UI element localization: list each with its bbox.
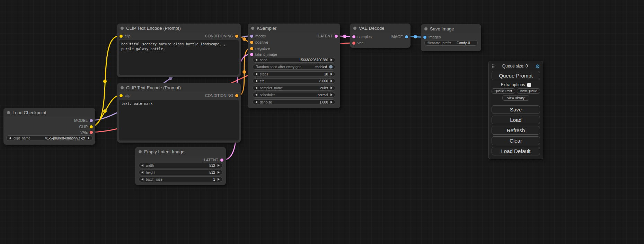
collapse-dot-icon[interactable]	[7, 111, 10, 114]
node-title-bar[interactable]: Load Checkpoint	[3, 108, 95, 117]
seed-widget[interactable]: seed 156680208700286	[253, 57, 335, 63]
output-dot-latent[interactable]	[335, 35, 338, 38]
increment-arrow-icon[interactable]	[330, 87, 333, 89]
output-dot-vae[interactable]	[90, 131, 93, 134]
decrement-arrow-icon[interactable]	[141, 164, 143, 167]
widget-value: 1	[213, 178, 215, 181]
increment-arrow-icon[interactable]	[330, 58, 333, 61]
input-dot-positive[interactable]	[250, 41, 253, 44]
node-canvas[interactable]: Load Checkpoint MODEL CLIP VAE ckpt_name…	[0, 0, 644, 244]
increment-arrow-icon[interactable]	[330, 101, 333, 103]
steps-widget[interactable]: steps 20	[253, 71, 335, 77]
width-widget[interactable]: width 512	[139, 163, 222, 168]
increment-arrow-icon[interactable]	[88, 137, 90, 139]
positive-prompt-textarea[interactable]: beautiful scenery nature glass bottle la…	[119, 40, 239, 75]
batch-size-widget[interactable]: batch_size 1	[139, 177, 222, 182]
output-slot-model: MODEL	[74, 118, 93, 123]
height-widget[interactable]: height 512	[139, 170, 222, 175]
input-dot-samples[interactable]	[352, 35, 355, 38]
node-title-bar[interactable]: KSampler	[248, 24, 340, 33]
scheduler-widget[interactable]: scheduler normal	[253, 92, 335, 98]
output-dot-conditioning[interactable]	[235, 94, 238, 97]
node-ksampler[interactable]: KSampler model positive negative latent_…	[248, 24, 340, 108]
queue-front-button[interactable]: Queue Front	[492, 88, 515, 94]
load-default-button[interactable]: Load Default	[492, 147, 540, 155]
widget-name: width	[146, 164, 154, 168]
collapse-dot-icon[interactable]	[424, 27, 427, 30]
input-dot-images[interactable]	[423, 36, 426, 39]
denoise-widget[interactable]: denoise 1.000	[253, 99, 335, 105]
slot-label: IMAGE	[391, 35, 403, 39]
decrement-arrow-icon[interactable]	[255, 73, 257, 75]
slot-label: positive	[255, 40, 268, 44]
node-title-bar[interactable]: Save Image	[421, 24, 481, 33]
node-clip-text-encode-negative[interactable]: CLIP Text Encode (Prompt) clip CONDITION…	[117, 83, 241, 143]
cfg-widget[interactable]: cfg 8.000	[253, 78, 335, 84]
output-dot-image[interactable]	[405, 35, 408, 38]
input-dot-negative[interactable]	[250, 47, 253, 50]
filename-prefix-widget[interactable]: filename_prefix ComfyUI	[424, 40, 478, 46]
input-dot-clip[interactable]	[120, 35, 123, 38]
input-slot-samples: samples	[352, 35, 372, 39]
input-dot-latent-image[interactable]	[250, 53, 253, 56]
decrement-arrow-icon[interactable]	[255, 93, 257, 96]
decrement-arrow-icon[interactable]	[255, 58, 257, 61]
node-title-bar[interactable]: VAE Decode	[350, 24, 411, 33]
collapse-dot-icon[interactable]	[251, 27, 254, 30]
output-dot-conditioning[interactable]	[235, 35, 238, 38]
ckpt-name-widget[interactable]: ckpt_name v1-5-pruned-emaonly.ckpt	[6, 135, 92, 141]
output-dot-latent[interactable]	[220, 159, 223, 162]
node-clip-text-encode-positive[interactable]: CLIP Text Encode (Prompt) clip CONDITION…	[117, 24, 241, 77]
link-midpoint-dot	[242, 37, 246, 41]
settings-gear-icon[interactable]: ⚙	[536, 64, 540, 69]
increment-arrow-icon[interactable]	[330, 80, 333, 82]
save-button[interactable]: Save	[492, 105, 540, 114]
node-title-bar[interactable]: CLIP Text Encode (Prompt)	[117, 24, 241, 33]
view-queue-button[interactable]: View Queue	[517, 88, 540, 94]
decrement-arrow-icon[interactable]	[9, 137, 11, 139]
extra-options-checkbox[interactable]	[527, 83, 531, 87]
increment-arrow-icon[interactable]	[218, 171, 220, 174]
widget-name: cfg	[260, 79, 264, 83]
sampler-name-widget[interactable]: sampler_name euler	[253, 85, 335, 91]
increment-arrow-icon[interactable]	[330, 93, 333, 96]
slot-label: model	[255, 34, 266, 38]
decrement-arrow-icon[interactable]	[255, 87, 257, 89]
output-dot-clip[interactable]	[90, 125, 93, 128]
randomize-toggle-icon[interactable]	[329, 65, 333, 69]
input-dot-model[interactable]	[250, 35, 253, 38]
clear-button[interactable]: Clear	[492, 136, 540, 145]
node-title: VAE Decode	[359, 26, 384, 31]
increment-arrow-icon[interactable]	[330, 73, 333, 75]
widget-value: 20	[324, 72, 328, 76]
collapse-dot-icon[interactable]	[121, 27, 124, 30]
node-save-image[interactable]: Save Image images filename_prefix ComfyU…	[421, 24, 481, 51]
collapse-dot-icon[interactable]	[139, 150, 142, 153]
increment-arrow-icon[interactable]	[218, 178, 220, 181]
output-dot-model[interactable]	[90, 119, 93, 122]
node-empty-latent-image[interactable]: Empty Latent Image LATENT width 512 heig…	[135, 147, 226, 185]
decrement-arrow-icon[interactable]	[255, 101, 257, 103]
decrement-arrow-icon[interactable]	[141, 178, 143, 181]
load-button[interactable]: Load	[492, 116, 540, 124]
node-title-bar[interactable]: Empty Latent Image	[135, 147, 226, 156]
negative-prompt-textarea[interactable]: text, watermark	[119, 100, 239, 141]
node-load-checkpoint[interactable]: Load Checkpoint MODEL CLIP VAE ckpt_name…	[3, 108, 95, 145]
widget-name: ckpt_name	[14, 136, 30, 140]
collapse-dot-icon[interactable]	[353, 27, 356, 30]
increment-arrow-icon[interactable]	[218, 164, 220, 167]
refresh-button[interactable]: Refresh	[492, 126, 540, 135]
queue-prompt-button[interactable]: Queue Prompt	[492, 71, 540, 80]
input-dot-vae[interactable]	[352, 42, 355, 45]
node-vae-decode[interactable]: VAE Decode samples vae IMAGE	[350, 24, 411, 48]
collapse-dot-icon[interactable]	[121, 86, 124, 89]
decrement-arrow-icon[interactable]	[141, 171, 143, 174]
drag-handle-icon[interactable]	[492, 64, 495, 69]
node-title-bar[interactable]: CLIP Text Encode (Prompt)	[117, 83, 241, 92]
widget-name: Random seed after every gen	[256, 65, 301, 69]
view-history-button[interactable]: View History	[502, 95, 529, 101]
decrement-arrow-icon[interactable]	[255, 80, 257, 82]
link-midpoint-dot	[414, 35, 417, 38]
input-dot-clip[interactable]	[120, 94, 123, 97]
random-seed-toggle-widget[interactable]: Random seed after every gen enabled	[253, 64, 335, 70]
